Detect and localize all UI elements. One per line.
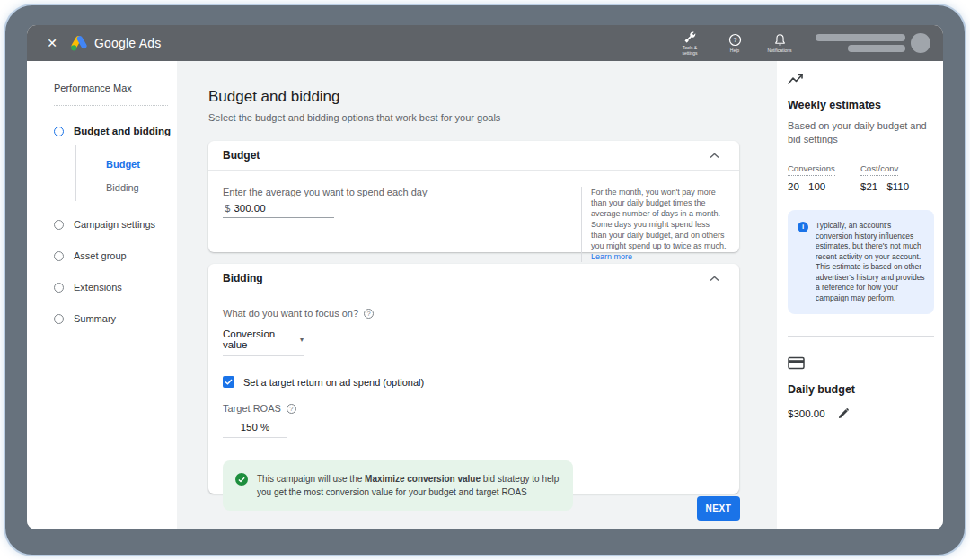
daily-budget-input[interactable]: $300.00 <box>223 197 334 218</box>
target-roas-input[interactable]: 150 % <box>223 415 287 438</box>
collapse-chevron-icon[interactable] <box>710 276 719 282</box>
daily-budget-title: Daily budget <box>788 383 933 396</box>
campaign-type-label: Performance Max <box>54 83 177 93</box>
screenshot-page: ✕ Google Ads Tools & se <box>0 0 970 560</box>
bidding-card: Bidding What do you want to focus on? ? <box>208 264 739 494</box>
learn-more-link[interactable]: Learn more <box>591 252 632 261</box>
bidding-card-title: Bidding <box>223 272 263 284</box>
app-bar: ✕ Google Ads Tools & se <box>27 25 943 61</box>
help-button[interactable]: ? Help <box>713 33 756 53</box>
bid-strategy-note: This campaign will use the Maximize conv… <box>223 460 573 511</box>
target-roas-label: Target ROAS <box>223 403 281 414</box>
estimates-panel: Weekly estimates Based on your daily bud… <box>777 61 943 529</box>
budget-card-header[interactable]: Budget <box>208 141 739 171</box>
focus-select[interactable]: Conversion value ▾ <box>223 320 304 356</box>
close-icon[interactable]: ✕ <box>45 36 59 50</box>
daily-budget-value: 300.00 <box>234 203 265 214</box>
chevron-down-icon: ▾ <box>300 336 304 344</box>
check-icon <box>225 379 233 385</box>
tools-settings-label: Tools & settings <box>675 45 704 56</box>
substeps: Budget Bidding <box>75 145 177 201</box>
step-asset-group[interactable]: Asset group <box>54 250 177 261</box>
cost-per-conv-label: Cost/conv <box>860 163 898 176</box>
brand-name: Google Ads <box>94 36 161 50</box>
currency-prefix: $ <box>225 203 230 214</box>
help-icon: ? <box>728 33 742 47</box>
main-content: Budget and bidding Select the budget and… <box>177 61 777 529</box>
step-budget-and-bidding[interactable]: Budget and bidding <box>54 126 177 136</box>
step-summary[interactable]: Summary <box>54 313 177 324</box>
help-label: Help <box>720 48 749 53</box>
app-bar-right: Tools & settings ? Help <box>668 31 930 56</box>
svg-text:?: ? <box>733 36 736 44</box>
edit-pencil-icon[interactable] <box>838 407 850 419</box>
conversions-label: Conversions <box>788 163 835 176</box>
notifications-label: Notifications <box>765 48 794 53</box>
budget-helper-note: For the month, you won't pay more than y… <box>581 187 739 262</box>
budget-input-label: Enter the average you want to spend each… <box>223 187 428 197</box>
focus-question-row: What do you want to focus on? ? <box>223 308 739 319</box>
google-ads-window: ✕ Google Ads Tools & se <box>27 25 943 529</box>
steps-sidebar: Performance Max Budget and bidding Budge… <box>27 61 177 529</box>
step-radio <box>54 251 64 261</box>
help-icon[interactable]: ? <box>364 309 374 319</box>
bidding-card-body: What do you want to focus on? ? Conversi… <box>208 293 739 511</box>
page-subtitle: Select the budget and bidding options th… <box>208 112 777 123</box>
budget-card: Budget Enter the average you want to spe… <box>208 141 739 252</box>
app-body: Performance Max Budget and bidding Budge… <box>27 61 943 529</box>
device-frame: ✕ Google Ads Tools & se <box>5 5 965 555</box>
target-roas-checkbox-row: Set a target return on ad spend (optiona… <box>223 376 739 388</box>
success-check-icon <box>235 473 248 486</box>
collapse-chevron-icon[interactable] <box>710 153 719 159</box>
step-radio-active <box>54 127 64 136</box>
step-label: Campaign settings <box>74 219 155 230</box>
estimates-stats: Conversions 20 - 100 Cost/conv $21 - $11… <box>788 159 933 192</box>
avatar[interactable] <box>911 33 930 53</box>
panel-divider <box>788 336 934 337</box>
step-label: Extensions <box>74 282 122 293</box>
budget-helper-text: For the month, you won't pay more than y… <box>591 188 727 250</box>
note-bold: Maximize conversion value <box>365 474 481 484</box>
substep-budget[interactable]: Budget <box>76 153 177 176</box>
bell-icon <box>773 33 787 47</box>
step-radio <box>54 220 64 230</box>
note-prefix: This campaign will use the <box>257 474 365 484</box>
conversions-stat: Conversions 20 - 100 <box>788 159 860 192</box>
target-roas-label-row: Target ROAS ? <box>223 403 739 414</box>
bid-strategy-note-text: This campaign will use the Maximize conv… <box>257 472 560 499</box>
payment-card-icon <box>788 356 805 370</box>
budget-card-title: Budget <box>223 149 260 162</box>
bidding-card-header[interactable]: Bidding <box>208 264 739 293</box>
page-title: Budget and bidding <box>208 88 777 106</box>
help-icon[interactable]: ? <box>287 404 296 414</box>
focus-select-value: Conversion value <box>223 328 295 350</box>
estimates-info-note: i Typically, an account's conversion his… <box>788 210 934 314</box>
step-radio <box>54 283 64 293</box>
step-label: Summary <box>74 313 116 324</box>
daily-budget-section <box>788 356 933 373</box>
target-roas-checkbox[interactable] <box>223 376 234 388</box>
info-icon: i <box>798 222 808 232</box>
daily-budget-row: $300.00 <box>788 407 933 419</box>
next-button[interactable]: NEXT <box>697 496 740 521</box>
redacted-bar <box>816 34 905 41</box>
google-ads-logo-icon <box>70 35 88 51</box>
weekly-estimates-subtitle: Based on your daily budget and bid setti… <box>788 119 933 146</box>
notifications-button[interactable]: Notifications <box>758 33 801 53</box>
step-label: Asset group <box>74 250 127 261</box>
focus-question-label: What do you want to focus on? <box>223 308 358 319</box>
step-radio <box>54 314 64 324</box>
cost-per-conv-stat: Cost/conv $21 - $110 <box>860 159 933 192</box>
redacted-bar <box>848 45 905 52</box>
weekly-estimates-title: Weekly estimates <box>788 99 933 111</box>
google-ads-logo: Google Ads <box>70 35 161 51</box>
substep-bidding[interactable]: Bidding <box>76 176 177 199</box>
budget-input-group: Enter the average you want to spend each… <box>223 187 428 262</box>
step-campaign-settings[interactable]: Campaign settings <box>54 219 177 230</box>
tools-settings-button[interactable]: Tools & settings <box>668 31 711 56</box>
sidebar-divider <box>54 105 168 106</box>
daily-budget-amount: $300.00 <box>788 408 825 419</box>
step-extensions[interactable]: Extensions <box>54 282 177 293</box>
wrench-icon <box>683 31 697 44</box>
step-label: Budget and bidding <box>74 126 171 136</box>
